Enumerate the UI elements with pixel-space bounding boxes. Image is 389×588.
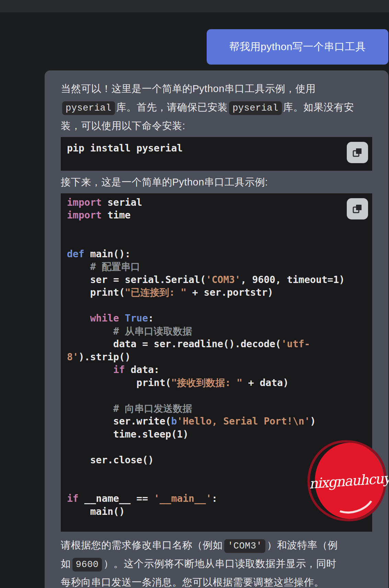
inline-code: pyserial — [62, 101, 115, 115]
code-line: import time — [67, 209, 366, 222]
code-token: : — [211, 493, 217, 504]
user-message-bubble: 帮我用python写一个串口工具 — [207, 29, 388, 65]
text-segment: 装，可以使用以下命令安装: — [61, 120, 185, 131]
code-block-pip: pip install pyserial — [61, 137, 372, 171]
inline-code: pyserial — [229, 101, 282, 115]
copy-button-python[interactable] — [347, 198, 368, 219]
code-token: __name__ == — [79, 493, 154, 504]
code-content-python: import serialimport timedef main(): # 配置… — [67, 196, 366, 518]
code-token: 'Hello, Serial Port!\n' — [177, 416, 310, 427]
text-line: 每秒向串口发送一条消息。您可以根据需要调整这些操作。 — [61, 573, 372, 588]
code-token: if — [113, 364, 125, 375]
code-line: # 配置串口 — [67, 260, 366, 273]
code-line — [67, 441, 366, 454]
assistant-paragraph-outro: 请根据您的需求修改串口名称（例如'COM3'）和波特率（例如9600）。这个示例… — [61, 536, 372, 588]
inline-code: 'COM3' — [224, 539, 265, 553]
code-line — [67, 389, 366, 402]
assistant-paragraph-intro: 当然可以！这里是一个简单的Python串口工具示例，使用pyserial库。首先… — [61, 79, 372, 135]
code-token: "接收到数据: " — [171, 377, 242, 388]
code-line: print("接收到数据: " + data) — [67, 376, 366, 389]
code-token: True — [125, 313, 148, 324]
code-token: ) — [310, 416, 316, 427]
text-line: 请根据您的需求修改串口名称（例如'COM3'）和波特率（例 — [61, 536, 372, 554]
code-block-python: import serialimport timedef main(): # 配置… — [61, 193, 372, 532]
code-token: main() — [67, 506, 125, 517]
assistant-paragraph-lead: 接下来，这是一个简单的Python串口工具示例: — [61, 173, 372, 191]
code-line: ser.close() — [67, 454, 366, 467]
text-segment: 库。首先，请确保已安装 — [116, 102, 228, 113]
code-line — [67, 466, 366, 479]
user-message-text: 帮我用python写一个串口工具 — [229, 40, 366, 54]
code-token: ser = serial.Serial( — [67, 274, 206, 285]
text-line: pyserial库。首先，请确保已安装pyserial库。如果没有安 — [61, 98, 372, 116]
code-token: time — [102, 210, 130, 221]
code-line: if data: — [67, 363, 366, 376]
text-segment: ）和波特率（例 — [267, 540, 338, 551]
code-line — [67, 479, 366, 493]
code-token: ).strip() — [79, 351, 131, 363]
text-segment: 当然可以！这里是一个简单的Python串口工具示例，使用 — [61, 83, 316, 94]
code-token: b — [171, 416, 177, 427]
inline-code: 9600 — [72, 558, 102, 572]
text-segment: 请根据您的需求修改串口名称（例如 — [61, 540, 223, 551]
code-content-pip: pip install pyserial — [67, 142, 366, 155]
code-line: if __name__ == '__main__': — [67, 492, 366, 505]
lead-text: 接下来，这是一个简单的Python串口工具示例: — [61, 177, 268, 188]
code-token: , 9600, timeout=1) — [241, 274, 345, 285]
code-line: data = ser.readline().decode('utf- — [67, 338, 366, 351]
code-token: time.sleep(1) — [67, 429, 188, 440]
code-token: : — [148, 313, 154, 324]
code-token: main(): — [84, 248, 131, 260]
code-token: 'utf- — [281, 338, 310, 350]
code-token: '__main__' — [154, 493, 212, 504]
code-line: import serial — [67, 196, 366, 209]
code-token: print( — [67, 287, 125, 298]
code-token: # 向串口发送数据 — [67, 403, 192, 414]
code-line: # 从串口读取数据 — [67, 325, 366, 338]
code-line: print("已连接到: " + ser.portstr) — [67, 286, 366, 299]
code-token: if — [67, 493, 79, 504]
code-token: serial — [102, 197, 142, 208]
code-token: data: — [125, 364, 160, 375]
code-line: # 向串口发送数据 — [67, 402, 366, 415]
code-token: def — [67, 248, 84, 260]
code-token: import — [67, 197, 102, 208]
code-token: "已连接到: " — [125, 287, 186, 298]
code-token: import — [67, 210, 102, 221]
text-line: 当然可以！这里是一个简单的Python串口工具示例，使用 — [61, 79, 372, 98]
text-segment: 库。如果没有安 — [283, 102, 354, 113]
code-line: while True: — [67, 312, 366, 325]
text-line: 如9600）。这个示例将不断地从串口读取数据并显示，同时 — [61, 554, 372, 573]
code-line: def main(): — [67, 248, 366, 261]
code-token: data = ser.readline().decode( — [67, 338, 281, 350]
text-segment: 如 — [61, 558, 71, 569]
code-token: + ser.portstr) — [186, 287, 273, 298]
code-token — [67, 313, 90, 324]
code-line — [67, 222, 366, 235]
copy-icon — [352, 147, 363, 158]
code-token: ser.close() — [67, 454, 154, 466]
code-token: 8' — [67, 351, 79, 363]
code-line: time.sleep(1) — [67, 428, 366, 441]
code-token: while — [90, 313, 119, 324]
code-line: ser.write(b'Hello, Serial Port!\n') — [67, 415, 366, 428]
code-line — [67, 235, 366, 248]
code-line: main() — [67, 505, 366, 518]
code-token: 'COM3' — [206, 274, 241, 285]
code-token: + data) — [242, 377, 289, 388]
code-token: pip install pyserial — [67, 143, 183, 154]
code-token: # 配置串口 — [67, 261, 140, 272]
copy-button-pip[interactable] — [347, 142, 368, 163]
code-token — [67, 364, 113, 375]
text-segment: 每秒向串口发送一条消息。您可以根据需要调整这些操作。 — [61, 577, 324, 588]
code-token: # 从串口读取数据 — [67, 326, 192, 337]
code-line: 8').strip() — [67, 351, 366, 364]
code-token: print( — [67, 377, 171, 388]
text-segment: ）。这个示例将不断地从串口读取数据并显示，同时 — [103, 558, 336, 569]
assistant-message-card: 当然可以！这里是一个简单的Python串口工具示例，使用pyserial库。首先… — [45, 70, 388, 588]
code-line: ser = serial.Serial('COM3', 9600, timeou… — [67, 273, 366, 286]
text-line: 装，可以使用以下命令安装: — [61, 116, 372, 135]
code-line: pip install pyserial — [67, 142, 366, 155]
copy-icon — [352, 203, 363, 215]
code-token — [119, 313, 125, 324]
